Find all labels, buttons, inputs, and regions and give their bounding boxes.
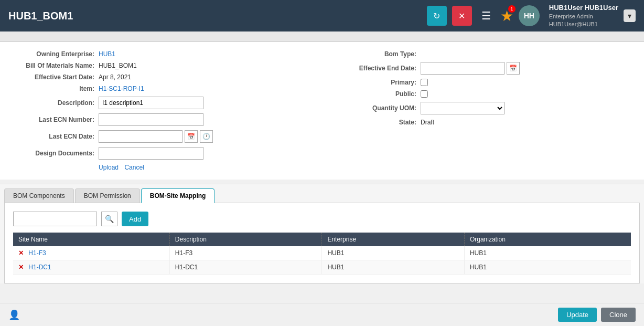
- footer-left: 👤: [8, 309, 20, 314]
- cell-site-name: ✕ H1-F3: [13, 246, 169, 260]
- cell-description: H1-DC1: [169, 260, 322, 275]
- user-icon: 👤: [8, 309, 20, 314]
- add-button[interactable]: Add: [122, 212, 148, 226]
- header-actions: ↻ ✕ ☰ ★ 1 HH HUB1User HUB1User Enterpris…: [427, 3, 636, 29]
- footer: 👤 Update Clone: [0, 303, 644, 314]
- eff-end-label: Effective End Date:: [332, 65, 416, 72]
- refresh-button[interactable]: ↻: [427, 6, 447, 26]
- notification-badge[interactable]: ★ 1: [500, 7, 513, 25]
- tab-bom-site-mapping[interactable]: BOM-Site Mapping: [141, 188, 215, 203]
- cell-description: H1-F3: [169, 246, 322, 260]
- bom-type-row: Bom Type:: [332, 50, 634, 58]
- clock-button[interactable]: 🕐: [200, 130, 213, 143]
- delete-btn[interactable]: ✕: [18, 249, 24, 257]
- tab-bom-components[interactable]: BOM Components: [4, 188, 74, 203]
- form-section: Owning Enterprise: HUB1 Bill Of Material…: [10, 50, 634, 171]
- header: HUB1_BOM1 ↻ ✕ ☰ ★ 1 HH HUB1User HUB1User…: [0, 0, 644, 31]
- eff-start-label: Effective Start Date:: [10, 73, 94, 81]
- table-row: ✕ H1-F3 H1-F3 HUB1 HUB1: [13, 246, 631, 260]
- cell-enterprise: HUB1: [322, 260, 464, 275]
- site-name-link[interactable]: H1-DC1: [28, 264, 51, 271]
- public-label: Public:: [332, 90, 416, 98]
- notification-count: 1: [508, 5, 516, 13]
- primary-label: Primary:: [332, 79, 416, 86]
- footer-right: Update Clone: [558, 308, 636, 314]
- quantity-uom-label: Quantity UOM:: [332, 104, 416, 112]
- tabs-bar: BOM Components BOM Permission BOM-Site M…: [0, 184, 644, 203]
- design-docs-label: Design Documents:: [10, 150, 94, 157]
- calendar-button[interactable]: 📅: [185, 130, 198, 143]
- cell-organization: HUB1: [464, 246, 631, 260]
- upload-links: Upload Cancel: [99, 164, 312, 171]
- menu-button[interactable]: ☰: [477, 7, 495, 24]
- sub-header: [0, 31, 644, 42]
- quantity-uom-row: Quantity UOM:: [332, 102, 634, 114]
- public-checkbox[interactable]: [421, 90, 428, 98]
- delete-btn[interactable]: ✕: [18, 264, 24, 271]
- state-row: State: Draft: [332, 119, 634, 126]
- eff-end-calendar-button[interactable]: 📅: [507, 62, 520, 75]
- description-row: Description:: [10, 97, 312, 109]
- form-left: Owning Enterprise: HUB1 Bill Of Material…: [10, 50, 312, 171]
- eff-end-input[interactable]: [421, 62, 505, 75]
- eff-start-row: Effective Start Date: Apr 8, 2021: [10, 73, 312, 81]
- tabs-section: BOM Components BOM Permission BOM-Site M…: [0, 184, 644, 283]
- user-info: HUB1User HUB1User Enterprise Admin HUB1U…: [549, 3, 618, 29]
- state-label: State:: [332, 119, 416, 126]
- col-header-enterprise: Enterprise: [322, 233, 464, 246]
- primary-checkbox[interactable]: [421, 79, 428, 86]
- upload-link[interactable]: Upload: [99, 164, 119, 171]
- cell-site-name: ✕ H1-DC1: [13, 260, 169, 275]
- user-email: HUB1User@HUB1: [549, 20, 618, 28]
- col-header-organization: Organization: [464, 233, 631, 246]
- last-ecn-number-label: Last ECN Number:: [10, 116, 94, 123]
- quantity-uom-select[interactable]: [421, 102, 505, 114]
- last-ecn-date-input[interactable]: [99, 130, 183, 143]
- owning-enterprise-row: Owning Enterprise: HUB1: [10, 50, 312, 58]
- close-button[interactable]: ✕: [452, 6, 472, 26]
- avatar: HH: [519, 5, 540, 26]
- item-row: Item: H1-SC1-ROP-I1: [10, 85, 312, 92]
- item-label: Item:: [10, 85, 94, 92]
- cell-organization: HUB1: [464, 260, 631, 275]
- last-ecn-number-input[interactable]: [99, 113, 203, 126]
- last-ecn-number-row: Last ECN Number:: [10, 113, 312, 126]
- user-dropdown-button[interactable]: ▾: [624, 9, 636, 22]
- state-value: Draft: [421, 119, 434, 126]
- bom-name-label: Bill Of Materials Name:: [10, 62, 94, 69]
- design-docs-input[interactable]: [99, 147, 203, 160]
- cell-enterprise: HUB1: [322, 246, 464, 260]
- search-row: 🔍 Add: [13, 212, 631, 226]
- page-title: HUB1_BOM1: [8, 10, 427, 22]
- update-button[interactable]: Update: [558, 308, 597, 314]
- search-button[interactable]: 🔍: [101, 212, 117, 226]
- public-row: Public:: [332, 90, 634, 98]
- site-mapping-table: Site Name Description Enterprise Organiz…: [13, 233, 631, 275]
- eff-end-row: Effective End Date: 📅: [332, 62, 634, 75]
- design-docs-row: Design Documents:: [10, 147, 312, 160]
- owning-enterprise-label: Owning Enterprise:: [10, 50, 94, 58]
- item-value[interactable]: H1-SC1-ROP-I1: [99, 85, 144, 92]
- bom-type-label: Bom Type:: [332, 50, 416, 58]
- form-right: Bom Type: Effective End Date: 📅 Primary:…: [332, 50, 634, 171]
- bom-name-row: Bill Of Materials Name: HUB1_BOM1: [10, 62, 312, 69]
- table-row: ✕ H1-DC1 H1-DC1 HUB1 HUB1: [13, 260, 631, 275]
- eff-end-wrapper: 📅: [421, 62, 520, 75]
- tab-content-bom-site-mapping: 🔍 Add Site Name Description Enterprise O…: [4, 203, 640, 283]
- cancel-link[interactable]: Cancel: [124, 164, 144, 171]
- col-header-description: Description: [169, 233, 322, 246]
- last-ecn-date-label: Last ECN Date:: [10, 133, 94, 140]
- col-header-site-name: Site Name: [13, 233, 169, 246]
- description-input[interactable]: [99, 97, 203, 109]
- last-ecn-date-wrapper: 📅 🕐: [99, 130, 213, 143]
- description-label: Description:: [10, 99, 94, 107]
- tab-bom-permission[interactable]: BOM Permission: [75, 188, 140, 203]
- clone-button[interactable]: Clone: [601, 308, 636, 314]
- search-input[interactable]: [13, 212, 97, 226]
- owning-enterprise-value[interactable]: HUB1: [99, 50, 115, 58]
- eff-start-value: Apr 8, 2021: [99, 73, 131, 81]
- bom-name-value: HUB1_BOM1: [99, 62, 137, 69]
- site-name-link[interactable]: H1-F3: [28, 249, 46, 257]
- content-area: Owning Enterprise: HUB1 Bill Of Material…: [0, 42, 644, 180]
- user-role: Enterprise Admin: [549, 13, 618, 20]
